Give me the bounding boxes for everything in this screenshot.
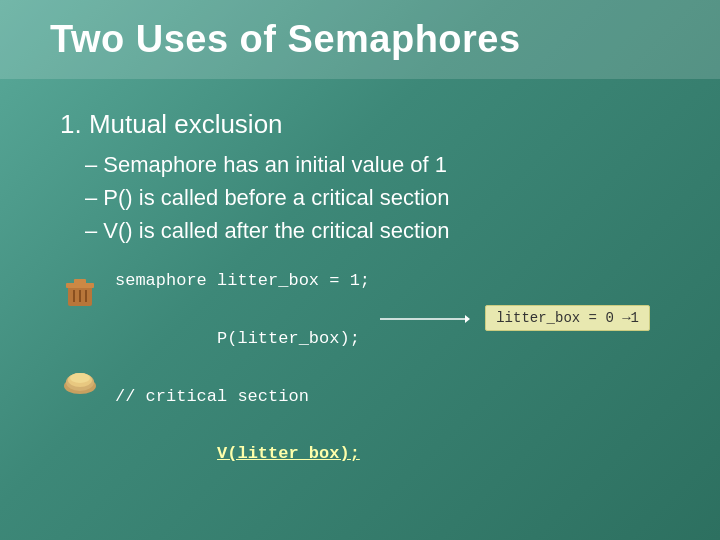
bullet-3: – V() is called after the critical secti… (80, 214, 670, 247)
title-area: Two Uses of Semaphores (0, 0, 720, 79)
litter-box-icon (60, 272, 100, 312)
icons-column (60, 267, 100, 400)
bullet-1: – Semaphore has an initial value of 1 (80, 148, 670, 181)
svg-point-9 (70, 373, 90, 383)
code-line-2: P(litter_box); (115, 296, 370, 383)
tooltip-box: litter_box = 0 →1 (485, 305, 650, 331)
code-line-4: V(litter_box); (115, 411, 370, 498)
bread-icon (60, 360, 100, 400)
slide-title: Two Uses of Semaphores (50, 18, 670, 61)
code-section: semaphore litter_box = 1; P(litter_box);… (60, 267, 670, 498)
code-block: semaphore litter_box = 1; P(litter_box);… (115, 267, 370, 498)
code-line-2-text: P(litter_box); (217, 329, 360, 348)
code-line-3: // critical section (115, 383, 370, 412)
slide: Two Uses of Semaphores 1. Mutual exclusi… (0, 0, 720, 540)
section-heading: 1. Mutual exclusion (60, 109, 670, 140)
arrow-indicator (375, 309, 475, 329)
bullet-list: – Semaphore has an initial value of 1 – … (80, 148, 670, 247)
code-line-4-highlight: V(litter_box); (217, 444, 360, 463)
code-line-1: semaphore litter_box = 1; (115, 267, 370, 296)
svg-marker-11 (465, 315, 470, 323)
bullet-2: – P() is called before a critical sectio… (80, 181, 670, 214)
slide-content: 1. Mutual exclusion – Semaphore has an i… (50, 109, 670, 498)
svg-rect-2 (74, 279, 86, 284)
